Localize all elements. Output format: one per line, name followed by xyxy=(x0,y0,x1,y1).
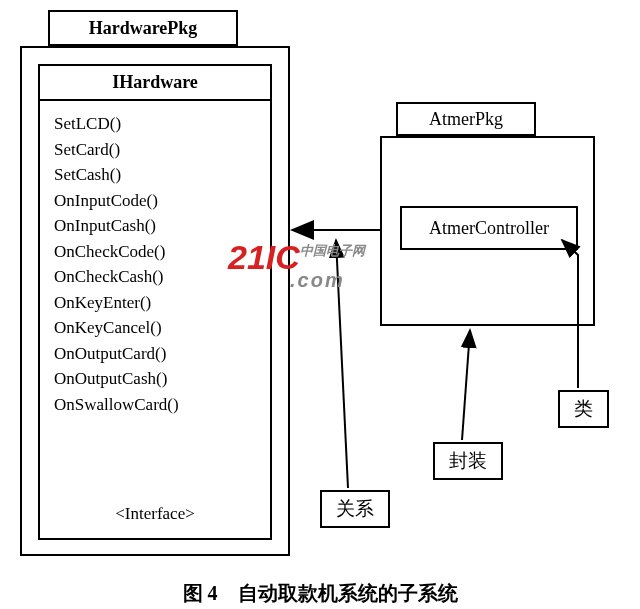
watermark-sub1: 中国电子网 xyxy=(300,243,365,258)
method-entry: OnKeyCancel() xyxy=(54,315,256,341)
relation-pointer xyxy=(336,240,348,488)
watermark-sub2: .com xyxy=(290,269,369,292)
hardware-pkg-body: IHardware SetLCD()SetCard()SetCash()OnIn… xyxy=(20,46,290,556)
method-entry: OnInputCode() xyxy=(54,188,256,214)
relation-label: 关系 xyxy=(320,490,390,528)
method-entry: SetLCD() xyxy=(54,111,256,137)
method-entry: SetCash() xyxy=(54,162,256,188)
ihardware-class: IHardware SetLCD()SetCard()SetCash()OnIn… xyxy=(38,64,272,540)
hardware-pkg-tab: HardwarePkg xyxy=(48,10,238,46)
method-entry: OnInputCash() xyxy=(54,213,256,239)
package-pointer xyxy=(462,330,470,440)
ihardware-name: IHardware xyxy=(40,66,270,101)
method-entry: OnOutputCard() xyxy=(54,341,256,367)
diagram-canvas: HardwarePkg IHardware SetLCD()SetCard()S… xyxy=(10,10,630,570)
method-entry: SetCard() xyxy=(54,137,256,163)
atmer-controller-class: AtmerController xyxy=(400,206,578,250)
class-label: 类 xyxy=(558,390,609,428)
atmer-pkg-tab: AtmerPkg xyxy=(396,102,536,136)
method-entry: OnKeyEnter() xyxy=(54,290,256,316)
method-entry: OnCheckCode() xyxy=(54,239,256,265)
figure-caption: 图 4 自动取款机系统的子系统 xyxy=(10,580,630,607)
ihardware-stereotype: <Interface> xyxy=(40,498,270,530)
atmer-pkg-body: AtmerController xyxy=(380,136,595,326)
ihardware-methods: SetLCD()SetCard()SetCash()OnInputCode()O… xyxy=(40,101,270,427)
method-entry: OnSwallowCard() xyxy=(54,392,256,418)
package-label: 封装 xyxy=(433,442,503,480)
method-entry: OnCheckCash() xyxy=(54,264,256,290)
method-entry: OnOutputCash() xyxy=(54,366,256,392)
